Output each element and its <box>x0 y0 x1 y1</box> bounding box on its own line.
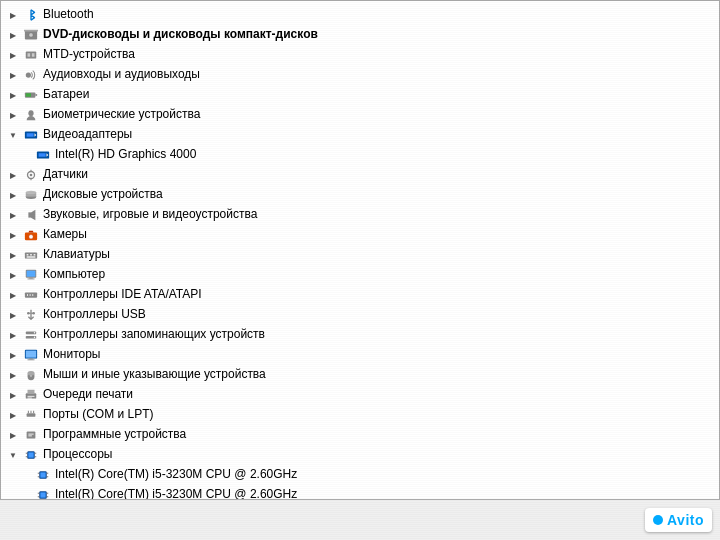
svg-rect-33 <box>27 256 36 257</box>
expand-icon-audio[interactable]: ▶ <box>5 67 21 83</box>
expand-icon-disks[interactable]: ▶ <box>5 187 21 203</box>
tree-item-sensors[interactable]: ▶Датчики <box>1 165 719 185</box>
tree-item-audio[interactable]: ▶Аудиовходы и аудиовыходы <box>1 65 719 85</box>
item-label-ide: Контроллеры IDE ATA/ATAPI <box>43 287 202 303</box>
svg-point-23 <box>26 191 37 195</box>
device-tree[interactable]: ▶Bluetooth▶DVD-дисководы и дисководы ком… <box>0 0 720 500</box>
tree-item-print[interactable]: ▶Очереди печати <box>1 385 719 405</box>
expand-icon-video-child[interactable] <box>25 147 33 163</box>
tree-item-battery[interactable]: ▶Батареи <box>1 85 719 105</box>
item-label-prog: Программные устройства <box>43 427 186 443</box>
expand-icon-ide[interactable]: ▶ <box>5 287 21 303</box>
svg-rect-37 <box>28 279 35 280</box>
expand-icon-cpu[interactable]: ▼ <box>5 447 21 463</box>
tree-item-mtd[interactable]: ▶MTD-устройства <box>1 45 719 65</box>
tree-item-disks[interactable]: ▶Дисковые устройства <box>1 185 719 205</box>
tree-item-cameras[interactable]: ▶Камеры <box>1 225 719 245</box>
tree-item-ide[interactable]: ▶Контроллеры IDE ATA/ATAPI <box>1 285 719 305</box>
tree-item-cpu-1[interactable]: Intel(R) Core(TM) i5-3230M CPU @ 2.60GHz <box>1 465 719 485</box>
tree-item-dvd[interactable]: ▶DVD-дисководы и дисководы компакт-диско… <box>1 25 719 45</box>
tree-item-computer[interactable]: ▶Компьютер <box>1 265 719 285</box>
expand-icon-monitors[interactable]: ▶ <box>5 347 21 363</box>
item-icon-dvd <box>23 27 39 43</box>
svg-rect-3 <box>26 52 37 59</box>
expand-icon-biometric[interactable]: ▶ <box>5 107 21 123</box>
item-icon-sensors <box>23 167 39 183</box>
tree-item-keyboard[interactable]: ▶Клавиатуры <box>1 245 719 265</box>
svg-rect-60 <box>28 398 32 399</box>
item-icon-audio <box>23 67 39 83</box>
expand-icon-print[interactable]: ▶ <box>5 387 21 403</box>
avito-label: Avito <box>667 512 704 528</box>
item-icon-keyboard <box>23 247 39 263</box>
svg-point-18 <box>30 174 33 177</box>
item-label-computer: Компьютер <box>43 267 105 283</box>
expand-icon-dvd[interactable]: ▶ <box>5 27 21 43</box>
item-icon-monitors <box>23 347 39 363</box>
tree-item-cpu-2[interactable]: Intel(R) Core(TM) i5-3230M CPU @ 2.60GHz <box>1 485 719 500</box>
tree-item-monitors[interactable]: ▶Мониторы <box>1 345 719 365</box>
tree-item-biometric[interactable]: ▶Биометрические устройства <box>1 105 719 125</box>
svg-rect-61 <box>27 413 36 417</box>
item-icon-mouse <box>23 367 39 383</box>
item-icon-prog <box>23 427 39 443</box>
expand-icon-video[interactable]: ▼ <box>5 127 21 143</box>
tree-item-usb[interactable]: ▶Контроллеры USB <box>1 305 719 325</box>
item-icon-ports <box>23 407 39 423</box>
item-icon-video-child <box>35 147 51 163</box>
tree-item-mouse[interactable]: ▶Мыши и иные указывающие устройства <box>1 365 719 385</box>
item-label-sensors: Датчики <box>43 167 88 183</box>
tree-item-prog[interactable]: ▶Программные устройства <box>1 425 719 445</box>
svg-rect-81 <box>40 492 45 497</box>
expand-icon-keyboard[interactable]: ▶ <box>5 247 21 263</box>
expand-icon-mouse[interactable]: ▶ <box>5 367 21 383</box>
svg-rect-53 <box>28 359 35 360</box>
expand-icon-bluetooth[interactable]: ▶ <box>5 7 21 23</box>
svg-rect-31 <box>30 254 32 255</box>
svg-rect-75 <box>40 472 45 477</box>
expand-icon-storage[interactable]: ▶ <box>5 327 21 343</box>
tree-item-cpu[interactable]: ▼Процессоры <box>1 445 719 465</box>
expand-icon-cameras[interactable]: ▶ <box>5 227 21 243</box>
item-label-biometric: Биометрические устройства <box>43 107 200 123</box>
item-label-video-child: Intel(R) HD Graphics 4000 <box>55 147 196 163</box>
expand-icon-battery[interactable]: ▶ <box>5 87 21 103</box>
item-label-sound: Звуковые, игровые и видеоустройства <box>43 207 257 223</box>
item-label-print: Очереди печати <box>43 387 133 403</box>
svg-rect-65 <box>27 432 36 439</box>
svg-rect-4 <box>28 53 31 57</box>
expand-icon-prog[interactable]: ▶ <box>5 427 21 443</box>
item-label-battery: Батареи <box>43 87 89 103</box>
item-icon-storage <box>23 327 39 343</box>
item-icon-video <box>23 127 39 143</box>
expand-icon-computer[interactable]: ▶ <box>5 267 21 283</box>
tree-item-sound[interactable]: ▶Звуковые, игровые и видеоустройства <box>1 205 719 225</box>
avito-watermark: Avito <box>645 508 712 532</box>
svg-point-6 <box>26 72 31 77</box>
svg-point-48 <box>34 332 35 333</box>
expand-icon-cpu-1[interactable] <box>25 467 33 483</box>
expand-icon-mtd[interactable]: ▶ <box>5 47 21 63</box>
tree-item-storage[interactable]: ▶Контроллеры запоминающих устройств <box>1 325 719 345</box>
item-icon-cpu <box>23 447 39 463</box>
svg-rect-52 <box>29 359 33 360</box>
tree-item-bluetooth[interactable]: ▶Bluetooth <box>1 5 719 25</box>
item-label-dvd: DVD-дисководы и дисководы компакт-дисков <box>43 27 318 43</box>
svg-marker-25 <box>31 210 35 221</box>
expand-icon-cpu-2[interactable] <box>25 487 33 500</box>
svg-rect-24 <box>28 212 31 217</box>
item-label-cpu-1: Intel(R) Core(TM) i5-3230M CPU @ 2.60GHz <box>55 467 297 483</box>
item-label-audio: Аудиовходы и аудиовыходы <box>43 67 200 83</box>
svg-rect-32 <box>34 254 36 255</box>
svg-rect-2 <box>24 30 38 32</box>
expand-icon-ports[interactable]: ▶ <box>5 407 21 423</box>
svg-rect-69 <box>28 452 33 457</box>
tree-item-video-child[interactable]: Intel(R) HD Graphics 4000 <box>1 145 719 165</box>
svg-rect-58 <box>28 390 35 394</box>
tree-item-ports[interactable]: ▶Порты (COM и LPT) <box>1 405 719 425</box>
item-label-cpu-2: Intel(R) Core(TM) i5-3230M CPU @ 2.60GHz <box>55 487 297 500</box>
expand-icon-sensors[interactable]: ▶ <box>5 167 21 183</box>
expand-icon-usb[interactable]: ▶ <box>5 307 21 323</box>
tree-item-video[interactable]: ▼Видеоадаптеры <box>1 125 719 145</box>
expand-icon-sound[interactable]: ▶ <box>5 207 21 223</box>
